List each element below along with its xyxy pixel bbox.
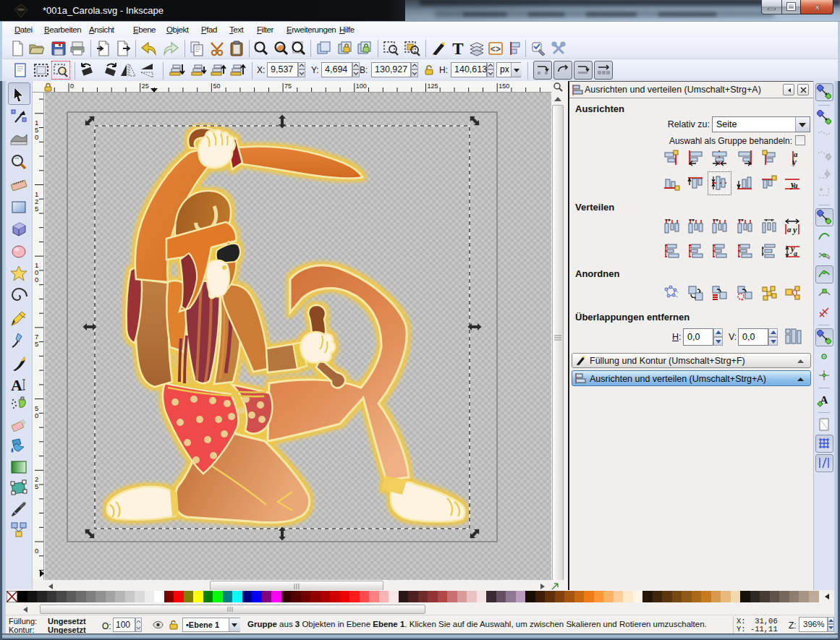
svg-text:<>: <> — [491, 45, 501, 55]
svg-text:150: 150 — [499, 82, 509, 90]
svg-text:5: 5 — [35, 340, 38, 348]
svg-text:y: y — [792, 225, 797, 235]
svg-text:0: 0 — [35, 547, 38, 555]
svg-text:0: 0 — [35, 411, 38, 419]
svg-text:50: 50 — [213, 82, 220, 90]
svg-text:0: 0 — [35, 133, 38, 141]
svg-text:0: 0 — [70, 82, 74, 90]
svg-text:75: 75 — [284, 82, 292, 90]
svg-text:5: 5 — [35, 205, 38, 213]
svg-text:T: T — [452, 40, 463, 56]
svg-text:100: 100 — [356, 82, 367, 90]
svg-text:a: a — [787, 225, 792, 234]
svg-text:y: y — [791, 156, 797, 166]
svg-text:0: 0 — [35, 276, 38, 283]
svg-text:5: 5 — [35, 482, 38, 490]
svg-text:A: A — [11, 376, 22, 394]
svg-text:25: 25 — [142, 82, 149, 90]
svg-text:a: a — [794, 181, 798, 189]
svg-text:x: x — [815, 2, 820, 12]
svg-text:a: a — [794, 249, 797, 257]
svg-text:125: 125 — [428, 82, 438, 90]
